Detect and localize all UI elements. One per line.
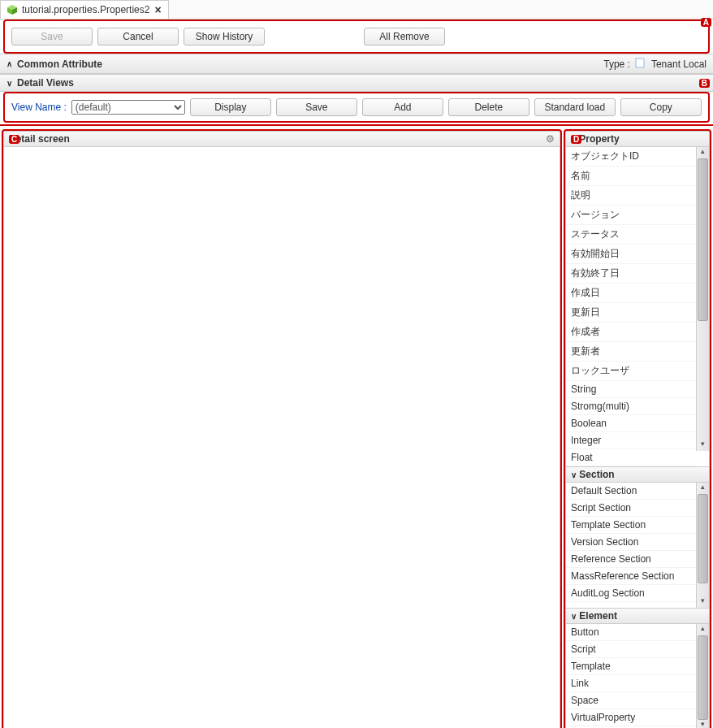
section-scrollbar[interactable]: ▴ ▾: [696, 483, 709, 608]
element-title: Element: [579, 610, 617, 622]
element-panel: ∨ Element ButtonScriptTemplateLinkSpaceV…: [565, 608, 710, 728]
show-history-button[interactable]: Show History: [184, 28, 265, 46]
section-item[interactable]: Default Section: [566, 483, 696, 500]
detail-views-header[interactable]: ∨ Detail Views B: [0, 74, 713, 92]
standard-load-button[interactable]: Standard load: [534, 98, 616, 116]
display-button[interactable]: Display: [190, 98, 271, 116]
chevron-up-icon: ∧: [6, 59, 12, 68]
add-button[interactable]: Add: [362, 98, 443, 116]
property-item[interactable]: 名前: [566, 167, 696, 186]
property-title: Property: [579, 133, 619, 145]
property-panel: ∨ Property D オブジェクトID名前説明バージョンステータス有効開始日…: [565, 131, 710, 466]
annot-c: C: [9, 135, 19, 144]
all-remove-button[interactable]: All Remove: [364, 28, 445, 46]
copy-button[interactable]: Copy: [620, 98, 702, 116]
element-scrollbar[interactable]: ▴ ▾: [696, 624, 709, 728]
property-item[interactable]: 有効終了日: [566, 264, 696, 284]
chevron-down-icon: ∨: [6, 79, 12, 88]
property-item[interactable]: 作成日: [566, 284, 696, 303]
view-name-label: View Name :: [11, 102, 67, 113]
section-title: Section: [579, 469, 614, 480]
element-item[interactable]: Script: [566, 641, 696, 658]
property-list: オブジェクトID名前説明バージョンステータス有効開始日有効終了日作成日更新日作成…: [566, 147, 696, 466]
property-item[interactable]: 有効開始日: [566, 245, 696, 264]
chevron-down-icon: ∨: [571, 470, 577, 479]
gear-icon[interactable]: ⚙: [546, 133, 555, 145]
property-header[interactable]: ∨ Property D: [566, 132, 709, 147]
tab-title: tutorial.properties.Properties2: [22, 4, 149, 15]
svg-rect-3: [636, 58, 644, 67]
property-item[interactable]: ロックユーザ: [566, 362, 696, 381]
property-scrollbar[interactable]: ▴ ▾: [696, 147, 709, 451]
property-item[interactable]: String: [566, 381, 696, 398]
element-item[interactable]: Button: [566, 624, 696, 641]
detail-screen-panel: Detail screen C ⚙: [3, 131, 560, 728]
element-list: ButtonScriptTemplateLinkSpaceVirtualProp…: [566, 624, 696, 728]
tab-bar: tutorial.properties.Properties2 ×: [0, 0, 713, 20]
close-icon[interactable]: ×: [154, 3, 161, 16]
save-button: Save: [11, 28, 93, 46]
section-item[interactable]: Script Section: [566, 500, 696, 517]
property-item[interactable]: Float: [566, 449, 696, 466]
section-item[interactable]: AuditLog Section: [566, 585, 696, 602]
property-item[interactable]: Integer: [566, 432, 696, 449]
view-toolbar: View Name : (default) Display Save Add D…: [5, 93, 708, 121]
detail-screen-body[interactable]: [4, 147, 560, 728]
section-header[interactable]: ∨ Section: [566, 467, 709, 483]
section-panel: ∨ Section Default SectionScript SectionT…: [565, 466, 710, 608]
element-item[interactable]: Link: [566, 675, 696, 692]
file-icon: [635, 57, 646, 71]
type-label: Type :: [603, 58, 630, 70]
section-list: Default SectionScript SectionTemplate Se…: [566, 483, 696, 608]
file-tab[interactable]: tutorial.properties.Properties2 ×: [0, 0, 169, 19]
section-item[interactable]: Reference Section: [566, 551, 696, 568]
element-item[interactable]: Space: [566, 692, 696, 709]
section-item[interactable]: MassReference Section: [566, 568, 696, 585]
property-item[interactable]: 更新者: [566, 342, 696, 362]
element-item[interactable]: Template: [566, 658, 696, 675]
cancel-button[interactable]: Cancel: [97, 28, 179, 46]
delete-button[interactable]: Delete: [448, 98, 529, 116]
element-item[interactable]: VirtualProperty: [566, 709, 696, 726]
main-toolbar: Save Cancel Show History All Remove: [5, 21, 708, 52]
section-item[interactable]: Template Section: [566, 517, 696, 534]
common-attribute-title: Common Attribute: [17, 58, 102, 70]
property-item[interactable]: 更新日: [566, 303, 696, 323]
property-item[interactable]: 説明: [566, 186, 696, 206]
view-name-select[interactable]: (default): [71, 100, 185, 115]
property-item[interactable]: オブジェクトID: [566, 147, 696, 167]
detail-views-title: Detail Views: [17, 77, 74, 89]
chevron-down-icon: ∨: [571, 612, 577, 621]
property-item[interactable]: ステータス: [566, 225, 696, 245]
type-value: Tenant Local: [651, 58, 707, 70]
save-view-button[interactable]: Save: [276, 98, 357, 116]
common-attribute-header[interactable]: ∧ Common Attribute Type : Tenant Local: [0, 54, 713, 74]
property-item[interactable]: バージョン: [566, 206, 696, 225]
section-item[interactable]: Version Section: [566, 534, 696, 551]
property-item[interactable]: 作成者: [566, 323, 696, 342]
annot-a: A: [701, 18, 711, 27]
cube-icon: [7, 5, 17, 15]
property-item[interactable]: Stromg(multi): [566, 398, 696, 415]
annot-d: D: [571, 135, 581, 144]
property-item[interactable]: Boolean: [566, 415, 696, 432]
element-header[interactable]: ∨ Element: [566, 609, 709, 624]
annot-b: B: [699, 79, 710, 88]
